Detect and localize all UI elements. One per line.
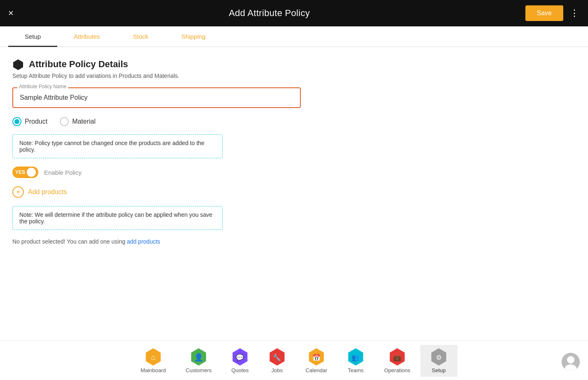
save-button[interactable]: Save [525,5,563,21]
nav-label-mainboard: Mainboard [141,367,166,373]
radio-material-circle[interactable] [60,117,69,126]
add-products-row[interactable]: + Add products [12,186,576,198]
svg-text:🔧: 🔧 [273,354,281,361]
nav-item-setup[interactable]: ⚙ Setup [420,345,457,377]
add-products-link[interactable]: add products [127,238,160,245]
user-avatar[interactable] [562,353,580,371]
tabs-bar: Setup Attributes Stock Shipping [0,26,588,47]
nav-label-teams: Teams [348,367,363,373]
enable-policy-toggle[interactable]: YES [12,167,38,178]
nav-item-calendar[interactable]: 📅 Calendar [295,345,337,377]
page-title: Add Attribute Policy [229,8,310,19]
note-box-policy-type: Note: Policy type cannot be changed once… [12,134,223,158]
no-product-text: No product selected! You can add one usi… [12,238,127,245]
add-products-icon: + [12,186,24,198]
no-product-message: No product selected! You can add one usi… [12,238,576,245]
svg-text:💼: 💼 [393,354,401,361]
add-products-label[interactable]: Add products [28,188,67,196]
mainboard-icon: ⌂ [145,348,162,366]
policy-name-label: Attribute Policy Name [17,84,68,89]
svg-text:⚙: ⚙ [436,354,442,361]
teams-icon: 👥 [347,348,364,366]
nav-item-customers[interactable]: 👤 Customers [176,345,222,377]
nav-item-mainboard[interactable]: ⌂ Mainboard [131,345,176,377]
bottom-nav: ⌂ Mainboard 👤 Customers 💬 Quotes 🔧 [0,340,588,380]
radio-product[interactable]: Product [12,117,47,126]
radio-product-circle[interactable] [12,117,21,126]
main-content: Attribute Policy Details Setup Attribute… [0,47,588,340]
svg-marker-0 [13,59,23,70]
nav-label-customers: Customers [186,367,212,373]
plus-icon: + [16,188,21,197]
section-subtitle: Setup Attribute Policy to add variations… [12,73,576,79]
svg-text:💬: 💬 [236,354,244,361]
nav-label-jobs: Jobs [272,367,283,373]
toggle-yes-label: YES [14,169,25,175]
svg-text:⌂: ⌂ [151,353,155,361]
tab-stock[interactable]: Stock [117,26,165,47]
nav-item-operations[interactable]: 💼 Operations [374,345,420,377]
nav-item-quotes[interactable]: 💬 Quotes [221,345,258,377]
nav-label-quotes: Quotes [232,367,249,373]
note-box-save-policy: Note: We will determine if the attribute… [12,206,223,230]
policy-name-field-group: Attribute Policy Name [12,87,301,108]
section-header: Attribute Policy Details [12,59,576,70]
section-title: Attribute Policy Details [29,59,128,70]
quotes-icon: 💬 [231,348,248,366]
nav-label-operations: Operations [384,367,410,373]
svg-point-18 [567,356,574,364]
header-actions: Save ⋮ [525,5,580,21]
tab-attributes[interactable]: Attributes [57,26,116,47]
radio-material-label: Material [72,118,96,125]
tab-setup[interactable]: Setup [8,26,57,47]
nav-label-calendar: Calendar [305,367,327,373]
nav-item-teams[interactable]: 👥 Teams [337,345,374,377]
radio-group: Product Material [12,117,576,126]
nav-item-jobs[interactable]: 🔧 Jobs [258,345,295,377]
enable-policy-row: YES Enable Policy [12,167,576,178]
setup-icon: ⚙ [430,348,447,366]
jobs-icon: 🔧 [268,348,286,366]
customers-icon: 👤 [190,348,207,366]
operations-icon: 💼 [389,348,406,366]
section-icon [12,59,24,70]
svg-text:📅: 📅 [312,354,321,361]
svg-text:👥: 👥 [351,354,360,361]
more-options-button[interactable]: ⋮ [570,8,580,19]
enable-policy-label: Enable Policy [44,169,82,176]
tab-shipping[interactable]: Shipping [165,26,222,47]
toggle-knob [27,168,36,177]
svg-text:👤: 👤 [194,353,204,362]
radio-product-label: Product [25,118,47,125]
header: × Add Attribute Policy Save ⋮ [0,0,588,26]
close-button[interactable]: × [8,8,14,19]
policy-name-input[interactable] [12,87,301,108]
calendar-icon: 📅 [308,348,325,366]
nav-label-setup: Setup [432,367,446,373]
radio-material[interactable]: Material [60,117,96,126]
